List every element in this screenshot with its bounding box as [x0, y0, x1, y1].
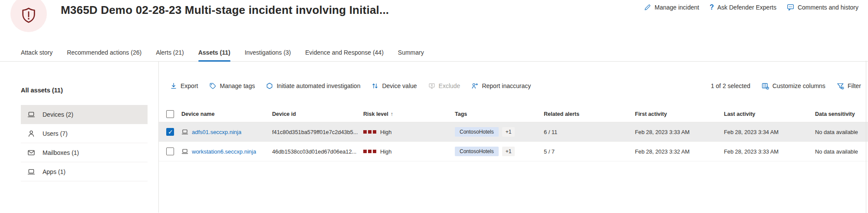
customize-columns-icon: [762, 82, 769, 90]
tab-label: Summary: [398, 49, 424, 56]
device-id-cell: f41c80d351ba579ff01e7c2d43b5...: [272, 129, 363, 135]
report-inaccuracy-label: Report inaccuracy: [482, 82, 531, 89]
sidebar-header-all-assets: All assets (11): [21, 87, 158, 94]
related-alerts-cell: 5 / 7: [544, 148, 635, 155]
sidebar-item-apps[interactable]: Apps (1): [21, 162, 148, 181]
filter-icon: [837, 82, 844, 90]
tab-assets[interactable]: Assets (11): [198, 43, 230, 62]
tag-pill[interactable]: ContosoHotels: [455, 127, 499, 137]
sidebar-item-label: Apps (1): [43, 168, 66, 175]
row-checkbox[interactable]: [166, 147, 174, 155]
risk-square: [373, 150, 376, 153]
tag-pill[interactable]: ContosoHotels: [455, 147, 499, 156]
comments-history-label: Comments and history: [798, 4, 858, 11]
device-value-button[interactable]: Device value: [372, 82, 417, 89]
tab-label: Investigations (3): [245, 49, 291, 56]
ask-defender-experts-button[interactable]: ? Ask Defender Experts: [710, 4, 776, 11]
sidebar-item-users[interactable]: Users (7): [21, 124, 148, 143]
tab-label: Evidence and Response (44): [305, 49, 384, 56]
manage-incident-button[interactable]: Manage incident: [644, 4, 699, 11]
user-icon: [27, 130, 35, 138]
risk-level-cell: High: [363, 148, 455, 155]
device-name-link[interactable]: adfs01.seccxp.ninja: [192, 129, 241, 135]
device-name-cell: adfs01.seccxp.ninja: [181, 128, 272, 135]
exclude-icon: [428, 82, 435, 89]
tab-label: Recommended actions (26): [67, 49, 141, 56]
column-header-last-activity[interactable]: Last activity: [724, 111, 815, 117]
column-header-data-sensitivity[interactable]: Data sensitivity: [815, 111, 868, 117]
sort-arrows-icon: [372, 82, 378, 89]
column-label: Last activity: [724, 111, 755, 117]
row-checkbox[interactable]: [166, 128, 174, 136]
device-value-label: Device value: [382, 82, 417, 89]
table-row[interactable]: adfs01.seccxp.ninja f41c80d351ba579ff01e…: [159, 122, 868, 142]
tab-evidence-response[interactable]: Evidence and Response (44): [305, 43, 384, 62]
exclude-button[interactable]: Exclude: [428, 82, 460, 89]
tab-label: Assets (11): [198, 49, 230, 56]
tab-recommended-actions[interactable]: Recommended actions (26): [67, 43, 141, 62]
tab-label: Alerts (21): [156, 49, 184, 56]
tag-more-pill[interactable]: +1: [502, 147, 515, 156]
risk-square: [373, 130, 376, 134]
pencil-icon: [644, 4, 651, 11]
device-name-link[interactable]: workstation6.seccxp.ninja: [192, 148, 256, 155]
filter-button[interactable]: Filter: [837, 82, 861, 90]
tab-summary[interactable]: Summary: [398, 43, 424, 62]
column-header-risk-level[interactable]: Risk level ↑: [363, 111, 455, 117]
tags-cell: ContosoHotels +1: [455, 127, 544, 137]
column-header-related-alerts[interactable]: Related alerts: [544, 111, 635, 117]
risk-level-label: High: [380, 129, 391, 135]
manage-tags-button[interactable]: Manage tags: [209, 82, 255, 89]
column-label: First activity: [635, 111, 667, 117]
customize-columns-button[interactable]: Customize columns: [762, 82, 825, 90]
initiate-investigation-button[interactable]: Initiate automated investigation: [266, 82, 360, 89]
sidebar-item-devices[interactable]: Devices (2): [21, 105, 148, 124]
panel-edge-divider: [866, 61, 866, 213]
initiate-investigation-label: Initiate automated investigation: [276, 82, 360, 89]
exclude-label: Exclude: [439, 82, 460, 89]
tab-alerts[interactable]: Alerts (21): [156, 43, 184, 62]
report-inaccuracy-button[interactable]: Report inaccuracy: [471, 82, 531, 89]
sidebar-item-label: Users (7): [43, 130, 68, 137]
column-label: Device name: [181, 111, 214, 117]
related-alerts-cell: 6 / 11: [544, 129, 635, 135]
sidebar-item-label: Mailboxes (1): [43, 149, 79, 156]
incident-severity-badge: [10, 0, 47, 32]
toolbar-actions: Export Manage tags: [170, 82, 531, 89]
comment-icon: [787, 3, 794, 11]
tag-more-pill[interactable]: +1: [502, 127, 515, 137]
sort-ascending-icon: ↑: [391, 111, 393, 117]
column-label: Risk level: [363, 111, 388, 117]
risk-level-cell: High: [363, 129, 455, 135]
mailbox-icon: [27, 149, 35, 157]
column-header-device-name[interactable]: Device name: [181, 111, 272, 117]
table-row[interactable]: workstation6.seccxp.ninja 46db1538cc03d0…: [159, 142, 868, 161]
download-icon: [170, 82, 177, 89]
table-header-row: Device name Device id Risk level ↑ Tags …: [159, 106, 868, 122]
select-all-checkbox[interactable]: [166, 110, 174, 118]
assets-sidebar: All assets (11) Devices (2) Users (7): [0, 62, 159, 213]
tab-investigations[interactable]: Investigations (3): [245, 43, 291, 62]
export-button[interactable]: Export: [170, 82, 198, 89]
hexagon-icon: [266, 82, 273, 89]
header-actions: Manage incident ? Ask Defender Experts C…: [644, 3, 858, 11]
toolbar-right: 1 of 2 selected Customize columns: [711, 82, 861, 90]
data-sensitivity-cell: No data available: [815, 148, 868, 155]
last-activity-cell: Feb 28, 2023 3:34 AM: [724, 129, 815, 135]
risk-level-label: High: [380, 148, 391, 155]
comments-history-button[interactable]: Comments and history: [787, 3, 858, 11]
manage-tags-label: Manage tags: [220, 82, 255, 89]
tab-label: Attack story: [21, 49, 53, 56]
sidebar-item-mailboxes[interactable]: Mailboxes (1): [21, 143, 148, 162]
device-icon: [27, 111, 35, 118]
risk-square: [363, 150, 367, 153]
selection-status: 1 of 2 selected: [711, 82, 750, 89]
column-header-first-activity[interactable]: First activity: [635, 111, 724, 117]
column-label: Tags: [455, 111, 467, 117]
column-header-device-id[interactable]: Device id: [272, 111, 363, 117]
app-icon: [27, 168, 35, 176]
tab-attack-story[interactable]: Attack story: [21, 43, 53, 62]
devices-table: Device name Device id Risk level ↑ Tags …: [159, 106, 868, 161]
column-header-tags[interactable]: Tags: [455, 111, 544, 117]
tags-cell: ContosoHotels +1: [455, 147, 544, 156]
